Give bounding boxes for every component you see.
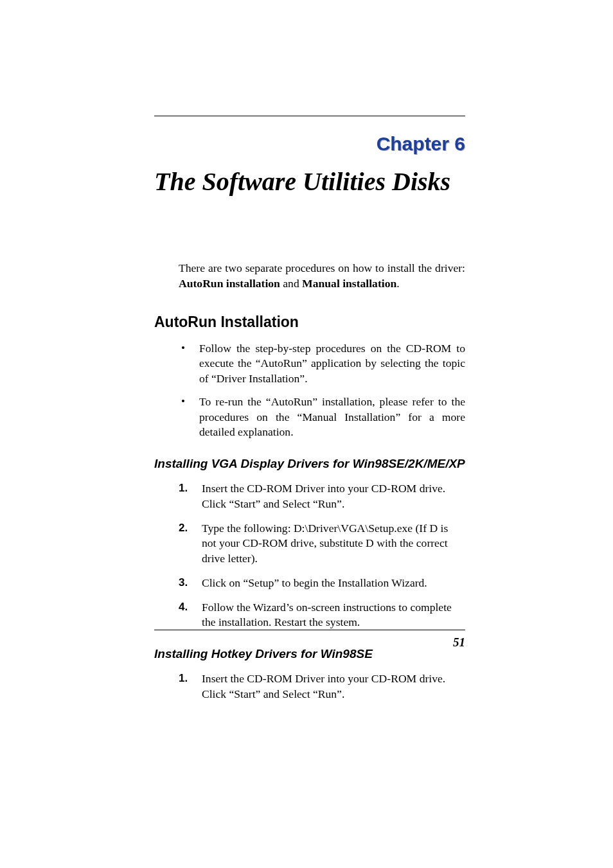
intro-text-3: .	[396, 277, 399, 290]
intro-text-2: and	[280, 277, 302, 290]
step-text: Type the following: D:\Driver\VGA\Setup.…	[202, 522, 448, 565]
hotkey-steps-list: 1. Insert the CD-ROM Driver into your CD…	[179, 671, 465, 702]
intro-bold-2: Manual installation	[302, 277, 396, 290]
list-item: 4. Follow the Wizard’s on-screen instruc…	[179, 600, 465, 631]
list-item: Follow the step-by-step procedures on th…	[179, 341, 465, 387]
page-number: 51	[154, 635, 465, 650]
list-item: 1. Insert the CD-ROM Driver into your CD…	[179, 671, 465, 702]
step-text: Insert the CD-ROM Driver into your CD-RO…	[202, 482, 445, 510]
intro-paragraph: There are two separate procedures on how…	[179, 261, 465, 292]
intro-text-1: There are two separate procedures on how…	[179, 261, 465, 274]
step-number: 3.	[179, 576, 188, 590]
step-number: 2.	[179, 521, 188, 536]
bottom-divider	[154, 630, 465, 630]
chapter-label: Chapter 6	[154, 133, 465, 155]
chapter-title: The Software Utilities Disks	[154, 166, 465, 197]
list-item: 1. Insert the CD-ROM Driver into your CD…	[179, 481, 465, 512]
step-number: 4.	[179, 600, 188, 615]
intro-bold-1: AutoRun installation	[179, 277, 280, 290]
step-text: Click on “Setup” to begin the Installati…	[202, 576, 427, 589]
section-heading-autorun: AutoRun Installation	[154, 314, 465, 331]
step-text: Insert the CD-ROM Driver into your CD-RO…	[202, 672, 445, 700]
step-number: 1.	[179, 671, 188, 686]
list-item: To re-run the “AutoRun” installation, pl…	[179, 394, 465, 440]
vga-steps-list: 1. Insert the CD-ROM Driver into your CD…	[179, 481, 465, 630]
list-item: 2. Type the following: D:\Driver\VGA\Set…	[179, 521, 465, 567]
page-footer: 51	[154, 630, 465, 650]
top-divider	[154, 116, 465, 116]
step-text: Follow the Wizard’s on-screen instructio…	[202, 601, 452, 629]
list-item: 3. Click on “Setup” to begin the Install…	[179, 576, 465, 591]
step-number: 1.	[179, 481, 188, 496]
autorun-bullet-list: Follow the step-by-step procedures on th…	[179, 341, 465, 441]
subsection-heading-vga: Installing VGA Display Drivers for Win98…	[154, 457, 465, 471]
